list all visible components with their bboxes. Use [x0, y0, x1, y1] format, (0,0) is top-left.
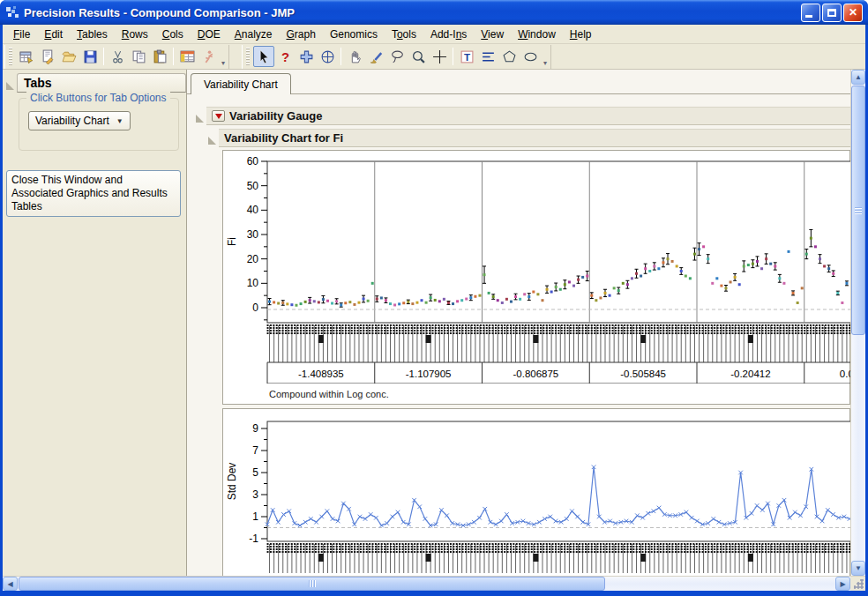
brush-tool-icon[interactable] [365, 46, 386, 67]
svg-text:0.09691: 0.09691 [840, 369, 850, 379]
svg-text:-0.505845: -0.505845 [620, 369, 666, 379]
menu-analyze[interactable]: Analyze [228, 26, 280, 42]
svg-text:Fi: Fi [226, 237, 238, 246]
magnifier-tool-icon[interactable] [408, 46, 429, 67]
svg-text:1: 1 [252, 510, 258, 523]
maximize-button[interactable] [822, 4, 842, 22]
menu-genomics[interactable]: Genomics [323, 26, 385, 42]
svg-text:30: 30 [247, 228, 259, 241]
disclosure-triangle-icon[interactable] [208, 137, 216, 145]
scroll-left-icon[interactable]: ◀ [3, 577, 18, 591]
run-script-icon [198, 46, 219, 67]
menu-cols[interactable]: Cols [155, 26, 191, 42]
svg-text:20: 20 [247, 253, 259, 265]
minimize-button[interactable] [801, 4, 820, 22]
annotate-arrow-tool-icon[interactable] [477, 46, 498, 67]
help-tool-icon[interactable]: ? [274, 46, 296, 67]
scroll-right-icon[interactable]: ▶ [835, 577, 850, 591]
menu-view[interactable]: View [474, 26, 511, 42]
scroll-up-icon[interactable]: ▲ [851, 70, 865, 85]
new-data-table-icon[interactable] [16, 46, 37, 67]
data-table-icon[interactable] [176, 46, 198, 67]
jmp-window: Precision Results - Compound Comparison … [0, 0, 868, 596]
menu-rows[interactable]: Rows [115, 26, 155, 42]
svg-text:5: 5 [252, 466, 258, 479]
svg-text:?: ? [281, 49, 288, 63]
section-title: Variability Gauge [229, 109, 323, 123]
disclosure-triangle-icon[interactable] [6, 82, 14, 90]
tab-selector-dropdown[interactable]: Variability Chart ▼ [28, 111, 131, 130]
svg-text:-1.408935: -1.408935 [298, 369, 344, 379]
menu-tables[interactable]: Tables [70, 26, 115, 42]
lasso-tool-icon[interactable] [386, 46, 408, 67]
close-window-button[interactable]: Close This Window and Associated Graphic… [6, 170, 181, 217]
selection-tool-icon[interactable] [296, 46, 317, 67]
stddev-plot[interactable]: -113579Std Dev [223, 409, 850, 573]
grabber-tool-icon[interactable] [344, 46, 365, 67]
svg-text:Std Dev: Std Dev [226, 463, 238, 501]
section-title: Variability Chart for Fi [224, 131, 343, 145]
toolbar-separator [340, 48, 341, 65]
workspace: Tabs Click Buttons for Tab Options Varia… [3, 70, 865, 576]
svg-text:-1.107905: -1.107905 [406, 369, 452, 379]
menu-tools[interactable]: Tools [385, 26, 423, 42]
resize-grip[interactable] [850, 577, 865, 591]
menu-file[interactable]: File [6, 26, 37, 42]
svg-text:-1: -1 [249, 533, 258, 545]
variability-gauge-header: Variability Gauge [206, 107, 850, 125]
disclosure-triangle-icon[interactable] [196, 115, 204, 123]
tabs-sidebar: Tabs Click Buttons for Tab Options Varia… [3, 70, 186, 576]
svg-text:10: 10 [247, 277, 259, 289]
red-triangle-menu-icon[interactable] [212, 110, 225, 122]
menu-edit[interactable]: Edit [37, 26, 70, 42]
x-axis-caption: Compound within Log conc. [223, 387, 849, 404]
polygon-tool-icon[interactable] [498, 46, 520, 67]
copy-icon[interactable] [128, 46, 149, 67]
cut-icon[interactable] [107, 46, 128, 67]
arrow-tool-icon[interactable] [253, 46, 274, 67]
menu-bar: FileEditTablesRowsColsDOEAnalyzeGraphGen… [3, 25, 865, 44]
toolbar-overflow-icon[interactable]: ▾ [541, 59, 548, 69]
svg-text:40: 40 [247, 204, 259, 216]
close-button[interactable]: ✕ [843, 4, 863, 22]
menu-doe[interactable]: DOE [191, 26, 228, 42]
save-icon[interactable] [79, 46, 101, 67]
report-area: Variability Chart Variability Gauge Vari… [187, 70, 850, 576]
oval-tool-icon[interactable] [520, 46, 541, 67]
toolbar-overflow-icon[interactable]: ▾ [219, 59, 226, 69]
vertical-scroll-thumb[interactable] [851, 86, 865, 335]
svg-text:0: 0 [252, 302, 258, 314]
svg-text:7: 7 [252, 444, 258, 457]
toolbar-grip[interactable] [9, 48, 12, 65]
menu-graph[interactable]: Graph [280, 26, 323, 42]
menu-addins[interactable]: Add-Ins [423, 26, 474, 42]
tab-options-label: Click Buttons for Tab Options [26, 92, 170, 104]
stddev-chart[interactable]: -113579Std Dev [222, 408, 850, 576]
vertical-scrollbar: ▲ ▼ [850, 70, 865, 576]
new-journal-icon[interactable] [37, 46, 58, 67]
title-bar: Precision Results - Compound Comparison … [0, 0, 868, 25]
window-title: Precision Results - Compound Comparison … [24, 6, 799, 19]
svg-text:60: 60 [247, 155, 259, 168]
horizontal-scroll-thumb[interactable] [19, 577, 605, 591]
toolbar-grip[interactable] [246, 48, 250, 65]
scroll-down-icon[interactable]: ▼ [851, 561, 865, 576]
jmp-logo-icon [5, 5, 19, 19]
fi-plot[interactable]: 0102030405060Fi-1.408935-1.107905-0.8068… [223, 151, 850, 384]
toolbar-separator [173, 48, 174, 65]
open-icon[interactable] [58, 46, 79, 67]
paste-icon[interactable] [149, 46, 170, 67]
crosshairs-tool-icon[interactable] [429, 46, 450, 67]
toolbar: ▾?T▾ [3, 44, 865, 70]
menu-window[interactable]: Window [511, 26, 563, 42]
svg-text:-0.20412: -0.20412 [730, 369, 770, 379]
menu-help[interactable]: Help [563, 26, 599, 42]
toolbar-separator [453, 48, 453, 65]
variability-chart-header: Variability Chart for Fi [219, 129, 850, 147]
annotate-text-tool-icon[interactable]: T [456, 46, 477, 67]
tab-options-groupbox: Click Buttons for Tab Options Variabilit… [19, 98, 179, 151]
tab-variability-chart[interactable]: Variability Chart [191, 73, 291, 94]
sidebar-panel-title: Tabs [17, 73, 186, 93]
scroller-tool-icon[interactable] [317, 46, 338, 67]
fi-variability-chart[interactable]: 0102030405060Fi-1.408935-1.107905-0.8068… [222, 150, 850, 405]
